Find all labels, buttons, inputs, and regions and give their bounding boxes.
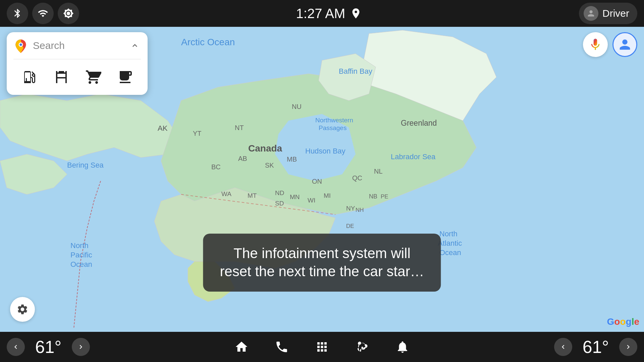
apps-button[interactable] (312, 337, 332, 357)
svg-text:Hudson Bay: Hudson Bay (305, 147, 345, 155)
toast-text: The infotainment system will reset the n… (220, 244, 424, 281)
svg-text:NU: NU (292, 103, 302, 110)
svg-text:NT: NT (235, 124, 244, 131)
arrow-right-icon (77, 343, 85, 351)
grocery-shortcut[interactable] (80, 65, 107, 89)
svg-text:DE: DE (346, 223, 354, 229)
home-button[interactable] (231, 337, 252, 357)
svg-text:North: North (70, 241, 89, 250)
bluetooth-icon (12, 8, 23, 19)
toast-line1: The infotainment system will (233, 245, 411, 261)
svg-text:Baffin Bay: Baffin Bay (339, 67, 372, 75)
svg-text:Arctic Ocean: Arctic Ocean (181, 37, 235, 47)
temp-left-up-button[interactable] (72, 338, 90, 356)
microphone-icon (588, 38, 602, 52)
svg-text:AK: AK (158, 124, 168, 132)
toast-line2: reset the next time the car star… (220, 263, 424, 279)
svg-text:SD: SD (275, 200, 284, 207)
svg-text:NY: NY (346, 205, 355, 212)
search-shortcuts (7, 59, 148, 95)
svg-text:Atlantic: Atlantic (438, 239, 462, 247)
wifi-icon (38, 8, 48, 19)
svg-text:AB: AB (238, 155, 247, 162)
notification-button[interactable] (392, 337, 413, 357)
svg-text:QC: QC (352, 174, 362, 182)
person-icon (586, 9, 596, 18)
svg-text:WI: WI (308, 197, 315, 204)
gas-station-shortcut[interactable] (16, 65, 43, 89)
cafe-icon (117, 69, 133, 85)
bottom-center-nav (231, 337, 413, 357)
bluetooth-button[interactable] (7, 3, 28, 24)
google-maps-logo (13, 38, 28, 53)
restaurant-icon (53, 69, 69, 85)
top-bar: 1:27 AM Driver (0, 0, 644, 27)
svg-text:BC: BC (211, 163, 221, 171)
driver-avatar (584, 6, 598, 21)
profile-button[interactable] (612, 32, 637, 57)
fan-button[interactable] (352, 337, 372, 357)
fan-icon (355, 340, 369, 354)
svg-text:Passages: Passages (319, 124, 346, 131)
svg-text:Greenland: Greenland (401, 119, 437, 127)
temp-left-down-button[interactable] (7, 338, 25, 356)
brightness-button[interactable] (58, 3, 79, 24)
shopping-cart-icon (85, 69, 101, 85)
svg-text:MT: MT (248, 192, 257, 199)
wifi-button[interactable] (32, 3, 54, 24)
svg-text:NH: NH (356, 207, 364, 213)
restaurant-shortcut[interactable] (48, 65, 75, 89)
svg-text:ON: ON (312, 178, 322, 185)
svg-text:Canada: Canada (248, 143, 282, 154)
bottom-right-temp: 61° (554, 337, 637, 357)
svg-text:Labrador Sea: Labrador Sea (391, 153, 436, 161)
svg-text:Northwestern: Northwestern (315, 117, 353, 124)
bottom-left-temp: 61° (7, 337, 90, 357)
svg-text:MI: MI (324, 192, 331, 199)
svg-text:SK: SK (265, 162, 274, 169)
gas-station-icon (21, 69, 38, 85)
svg-text:YT: YT (193, 130, 202, 137)
microphone-button[interactable] (583, 32, 608, 57)
map-top-right-controls (583, 32, 637, 57)
bell-icon (395, 340, 410, 354)
top-left-controls (7, 3, 79, 24)
collapse-button[interactable] (129, 40, 141, 52)
bottom-bar: 61° (0, 332, 644, 362)
svg-text:North: North (439, 230, 458, 238)
toast-notification: The infotainment system will reset the n… (203, 234, 441, 292)
temp-right-display: 61° (576, 337, 616, 357)
arrow-right-icon-right (624, 343, 632, 351)
time-display: 1:27 AM (296, 6, 345, 21)
temp-right-down-button[interactable] (554, 338, 572, 356)
svg-text:ND: ND (275, 189, 284, 196)
cafe-shortcut[interactable] (112, 65, 139, 89)
search-placeholder: Search (33, 40, 124, 51)
location-pin-icon (350, 7, 362, 19)
svg-text:Ocean: Ocean (70, 260, 92, 268)
driver-name-label: Driver (602, 8, 629, 19)
svg-text:Bering Sea: Bering Sea (67, 161, 104, 169)
search-panel: Search (7, 32, 148, 95)
driver-button[interactable]: Driver (579, 3, 637, 24)
map-area[interactable]: AK YT NT NU BC AB SK MB ON QC NL NB PE W… (0, 27, 644, 332)
svg-text:Ocean: Ocean (439, 248, 461, 257)
top-center-time: 1:27 AM (296, 6, 362, 21)
profile-icon (617, 37, 633, 52)
svg-text:MN: MN (290, 193, 300, 200)
svg-text:WA: WA (221, 190, 231, 197)
search-bar[interactable]: Search (7, 32, 148, 59)
arrow-left-icon (12, 343, 20, 351)
settings-button[interactable] (10, 297, 35, 322)
chevron-up-icon (130, 41, 140, 50)
svg-point-40 (19, 44, 22, 46)
svg-text:PE: PE (381, 193, 388, 200)
google-watermark: Google (607, 316, 639, 327)
map-background: AK YT NT NU BC AB SK MB ON QC NL NB PE W… (0, 27, 644, 332)
arrow-left-icon-right (559, 343, 567, 351)
apps-grid-icon (315, 340, 329, 354)
phone-button[interactable] (272, 337, 292, 357)
temp-right-up-button[interactable] (619, 338, 637, 356)
phone-icon (275, 340, 289, 354)
brightness-icon (63, 8, 74, 19)
